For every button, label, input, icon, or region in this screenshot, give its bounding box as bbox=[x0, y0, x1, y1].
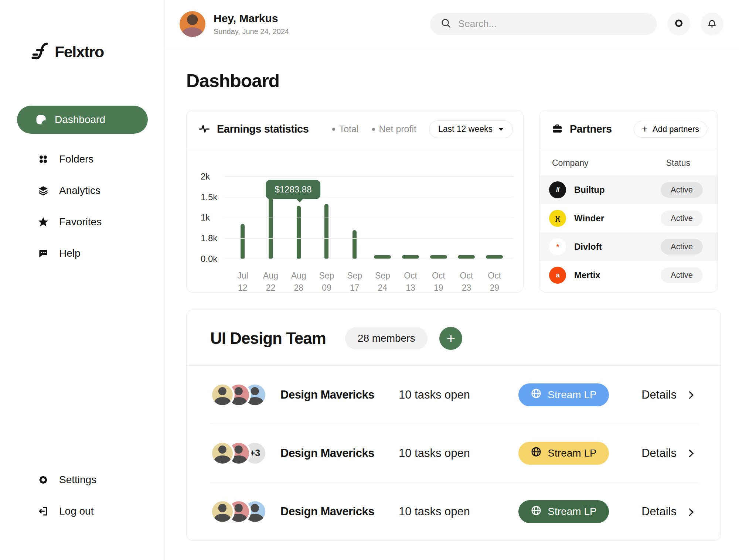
brand-logo-icon bbox=[30, 41, 50, 62]
globe-icon bbox=[531, 505, 542, 519]
bar-oct-29[interactable] bbox=[486, 255, 503, 259]
details-link[interactable]: Details bbox=[641, 447, 698, 460]
details-label: Details bbox=[641, 505, 677, 518]
settings-button[interactable] bbox=[667, 13, 690, 35]
sidebar-item-label: Favorites bbox=[59, 216, 102, 228]
cards-row: Earnings statistics Total Net profit bbox=[186, 110, 739, 293]
search-bar bbox=[430, 13, 657, 35]
bar-sep-17[interactable] bbox=[353, 230, 357, 259]
partners-card-header: Partners + Add partners bbox=[539, 110, 718, 148]
y-tick-label: 1.5k bbox=[201, 192, 221, 202]
bar-oct-13[interactable] bbox=[402, 255, 419, 259]
sidebar-item-label: Settings bbox=[59, 474, 96, 486]
status-badge: Active bbox=[661, 267, 703, 283]
members-count-badge[interactable]: 28 members bbox=[345, 327, 428, 349]
sidebar-item-folders[interactable]: Folders bbox=[17, 143, 164, 175]
chat-icon bbox=[38, 248, 49, 259]
gridline: 0.0k bbox=[224, 259, 514, 259]
team-row-tasks: 10 tasks open bbox=[399, 447, 518, 460]
sidebar-item-dashboard[interactable]: Dashboard bbox=[17, 106, 148, 134]
search-input[interactable] bbox=[458, 18, 647, 30]
partner-row[interactable]: a Mertix Active bbox=[539, 261, 718, 289]
bell-icon bbox=[706, 18, 718, 30]
details-label: Details bbox=[641, 388, 677, 402]
user-avatar[interactable] bbox=[180, 11, 205, 37]
details-link[interactable]: Details bbox=[641, 505, 698, 518]
globe-icon bbox=[531, 388, 542, 402]
page-title: Dashboard bbox=[186, 70, 739, 92]
sidebar-item-logout[interactable]: Log out bbox=[17, 495, 96, 527]
gridline: 2k bbox=[224, 176, 514, 177]
x-tick-label: Sep24 bbox=[369, 270, 397, 293]
content: Dashboard Earnings statistics bbox=[165, 48, 739, 541]
stream-lp-button[interactable]: Stream LP bbox=[518, 383, 609, 406]
bar-jul-12[interactable] bbox=[241, 224, 245, 259]
stream-lp-label: Stream LP bbox=[548, 506, 596, 518]
chevron-right-icon bbox=[686, 450, 694, 457]
add-partners-button[interactable]: + Add partners bbox=[634, 121, 707, 138]
partners-card: Partners + Add partners Company Status /… bbox=[539, 110, 718, 293]
x-tick-label: Oct23 bbox=[453, 270, 481, 293]
team-header: UI Design Team 28 members + bbox=[187, 310, 721, 366]
sidebar-item-label: Log out bbox=[59, 505, 93, 517]
avatar bbox=[210, 499, 235, 524]
legend-dot bbox=[372, 128, 375, 131]
pulse-icon bbox=[198, 123, 210, 136]
partner-row[interactable]: * Divloft Active bbox=[539, 232, 718, 261]
range-label: Last 12 weeks bbox=[438, 124, 493, 134]
legend-total: Total bbox=[332, 124, 359, 134]
chart-xlabels: Jul12Aug22Aug28Sep09Sep17Sep24Oct13Oct19… bbox=[229, 270, 508, 293]
stream-lp-button[interactable]: Stream LP bbox=[518, 442, 609, 465]
search-icon bbox=[440, 18, 452, 30]
team-row-name: Design Mavericks bbox=[280, 388, 399, 402]
folders-icon bbox=[38, 154, 49, 165]
column-status: Status bbox=[666, 158, 690, 168]
y-tick-label: 2k bbox=[201, 171, 221, 182]
gear-icon bbox=[38, 474, 49, 485]
earnings-card-header: Earnings statistics Total Net profit bbox=[187, 110, 523, 148]
stream-lp-label: Stream LP bbox=[548, 389, 596, 401]
partner-row[interactable]: }{ Winder Active bbox=[539, 204, 718, 232]
sidebar-item-help[interactable]: Help bbox=[17, 238, 164, 269]
stream-lp-button[interactable]: Stream LP bbox=[518, 500, 609, 523]
greeting-text: Hey, Markus bbox=[214, 12, 289, 25]
sidebar-item-label: Analytics bbox=[59, 185, 101, 197]
user-block: Hey, Markus Sunday, June 24, 2024 bbox=[180, 11, 289, 37]
bar-aug-28[interactable] bbox=[297, 206, 301, 259]
x-tick-label: Jul12 bbox=[229, 270, 257, 293]
y-tick-label: 1k bbox=[201, 212, 221, 223]
sidebar-items: Folders Analytics bbox=[17, 143, 164, 269]
partner-name: Builtup bbox=[574, 185, 605, 195]
main-area: Hey, Markus Sunday, June 24, 2024 bbox=[165, 0, 739, 560]
add-member-button[interactable]: + bbox=[439, 327, 462, 350]
bar-oct-23[interactable] bbox=[458, 255, 475, 259]
legend-net-profit: Net profit bbox=[372, 124, 416, 134]
chevron-right-icon bbox=[686, 508, 694, 516]
y-tick-label: 1.8k bbox=[201, 233, 221, 243]
notifications-button[interactable] bbox=[701, 13, 723, 35]
x-tick-label: Aug22 bbox=[257, 270, 285, 293]
team-row: Design Mavericks 10 tasks open Stream LP… bbox=[210, 366, 698, 424]
range-select[interactable]: Last 12 weeks bbox=[429, 120, 513, 138]
sidebar-item-favorites[interactable]: Favorites bbox=[17, 206, 164, 238]
bar-sep-09[interactable] bbox=[324, 204, 328, 259]
sidebar-item-analytics[interactable]: Analytics bbox=[17, 175, 164, 206]
globe-icon bbox=[531, 446, 542, 460]
bar-oct-19[interactable] bbox=[430, 255, 447, 259]
bar-sep-24[interactable] bbox=[374, 255, 391, 259]
details-link[interactable]: Details bbox=[641, 388, 698, 402]
x-tick-label: Oct13 bbox=[396, 270, 425, 293]
partner-row[interactable]: // Builtup Active bbox=[539, 175, 718, 204]
y-tick-label: 0.0k bbox=[201, 254, 221, 264]
team-row-tasks: 10 tasks open bbox=[399, 388, 518, 402]
star-icon bbox=[38, 216, 49, 228]
partner-name: Winder bbox=[574, 213, 604, 223]
status-badge: Active bbox=[661, 211, 703, 226]
team-title: UI Design Team bbox=[210, 329, 326, 348]
sidebar-item-settings[interactable]: Settings bbox=[17, 464, 96, 495]
stream-lp-label: Stream LP bbox=[548, 447, 596, 459]
team-rows: Design Mavericks 10 tasks open Stream LP… bbox=[187, 366, 721, 541]
team-row-tasks: 10 tasks open bbox=[399, 505, 518, 518]
avatar-stack bbox=[210, 383, 280, 407]
x-tick-label: Aug28 bbox=[285, 270, 313, 293]
